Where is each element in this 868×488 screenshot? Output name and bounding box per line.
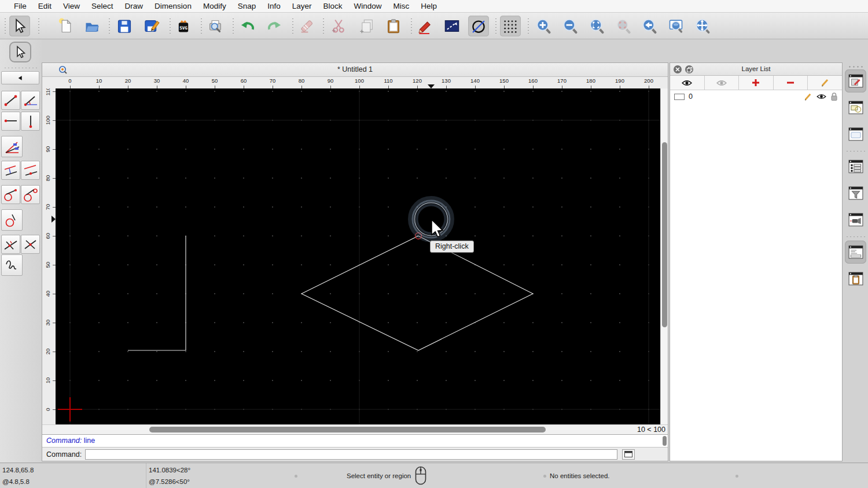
horizontal-scrollbar-thumb[interactable] [149,427,546,432]
drawing-window-titlebar[interactable]: * Untitled 1 [42,63,668,77]
block-list-panel-button[interactable] [845,96,866,119]
show-all-eye-icon [682,79,692,87]
select-arrow-icon [12,18,28,34]
zoom-in-button[interactable] [533,16,554,36]
line-freehand-icon [4,257,20,273]
clipboard-panel-button[interactable] [845,267,866,290]
command-input[interactable] [85,449,617,460]
remove-layer-button[interactable] [774,76,808,90]
save-as-icon [144,18,160,34]
tool-line-vertical[interactable] [21,112,40,131]
zoom-window-button[interactable] [665,16,686,36]
menu-view[interactable]: View [57,0,86,13]
menu-draw[interactable]: Draw [119,0,149,13]
show-all-layers-button[interactable] [670,76,705,90]
vertical-scrollbar-thumb[interactable] [662,142,667,327]
ruler-tick-label: 200 [640,77,657,84]
export-svg-button[interactable]: SVG [173,16,194,36]
pen-attributes-button[interactable] [415,16,436,36]
tool-line-parallel[interactable] [21,161,40,180]
zoom-back-button[interactable] [639,16,660,36]
flashlight-panel-button[interactable] [845,208,866,231]
sidebar-drag-handle[interactable] [3,67,38,69]
history-scrollbar-thumb[interactable] [663,436,667,446]
save-button[interactable] [114,16,135,36]
menu-info[interactable]: Info [262,0,286,13]
undo-button[interactable] [237,16,258,36]
redo-button[interactable] [264,16,285,36]
tool-line-angle[interactable] [21,91,40,110]
entity-list-panel-icon [848,160,863,173]
menu-select[interactable]: Select [86,0,119,13]
zoom-out-button[interactable] [560,16,580,36]
horizontal-scrollbar-row: 10 < 100 [42,424,668,434]
edit-pencil-icon[interactable] [804,93,812,101]
visibility-eye-icon[interactable] [816,93,826,100]
zoom-window-icon [668,18,684,34]
copy-button[interactable] [356,16,377,36]
horizontal-scrollbar[interactable] [56,425,634,434]
tool-line-horizontal[interactable] [1,112,20,131]
ruler-tick-label: 180 [582,77,599,84]
drawing-canvas[interactable]: Right-click [56,88,660,424]
horizontal-ruler-pointer [428,84,435,88]
tool-line-bisector[interactable] [1,136,23,157]
tool-line-freehand[interactable] [1,254,23,276]
sidebar-select-tool-button[interactable] [9,42,31,62]
tool-tangent-orthogonal[interactable] [1,209,23,231]
select-tool-button[interactable] [9,16,30,36]
zoom-previous-button[interactable] [613,16,634,36]
layer-color-swatch[interactable] [674,94,685,100]
print-preview-button[interactable] [205,16,226,36]
dock-separator [845,150,866,152]
menu-block[interactable]: Block [318,0,348,13]
line-horizontal-icon [3,113,19,129]
command-window-panel-button[interactable] [845,241,866,264]
open-file-button[interactable] [82,16,102,36]
zoom-pan-button[interactable] [692,16,713,36]
l-shape-lines[interactable] [128,236,186,350]
layer-list-panel-button[interactable] [845,69,866,93]
dock-drag-handle[interactable] [848,66,864,68]
menu-file[interactable]: File [8,0,32,13]
menu-dimension[interactable]: Dimension [149,0,197,13]
menu-edit[interactable]: Edit [32,0,57,13]
paste-button[interactable] [383,16,404,36]
add-layer-button[interactable] [739,76,774,90]
grid-toggle-button[interactable] [500,16,521,36]
menu-snap[interactable]: Snap [232,0,262,13]
tool-line-two-points[interactable] [1,91,20,110]
open-folder-icon [84,18,100,34]
circle-attributes-button[interactable] [468,16,489,36]
mouse-icon [415,466,426,485]
tool-line-parallel-point[interactable] [1,161,20,180]
lock-icon[interactable] [830,93,838,101]
new-document-button[interactable] [55,16,76,36]
save-as-button[interactable] [141,16,162,36]
menu-window[interactable]: Window [348,0,388,13]
edit-layer-button[interactable] [808,76,842,90]
vertical-scrollbar[interactable] [660,88,668,424]
tool-line-relative-angle[interactable] [1,235,20,254]
cut-button[interactable] [328,16,349,36]
filter-panel-button[interactable] [845,182,866,205]
tool-tangent-two-circles[interactable] [21,185,40,204]
hide-all-layers-button[interactable] [705,76,740,90]
ruler-tick-label: 130 [437,77,455,84]
svg-text:SVG: SVG [179,25,187,31]
zoom-auto-button[interactable] [586,16,607,36]
menu-misc[interactable]: Misc [388,0,415,13]
tool-tangent-point-circle[interactable] [1,185,20,204]
entity-list-panel-button[interactable] [845,155,866,178]
line-attributes-button[interactable] [442,16,462,36]
delete-button[interactable] [296,16,317,36]
library-browser-panel-button[interactable] [845,123,866,146]
menu-modify[interactable]: Modify [197,0,232,13]
command-dock-button[interactable] [622,449,635,460]
tool-line-orthogonal[interactable] [21,235,40,254]
tools-back-button[interactable] [1,71,39,84]
layer-row[interactable]: 0 [670,90,842,103]
menu-help[interactable]: Help [415,0,443,13]
diamond[interactable] [301,236,533,350]
menu-layer[interactable]: Layer [286,0,318,13]
